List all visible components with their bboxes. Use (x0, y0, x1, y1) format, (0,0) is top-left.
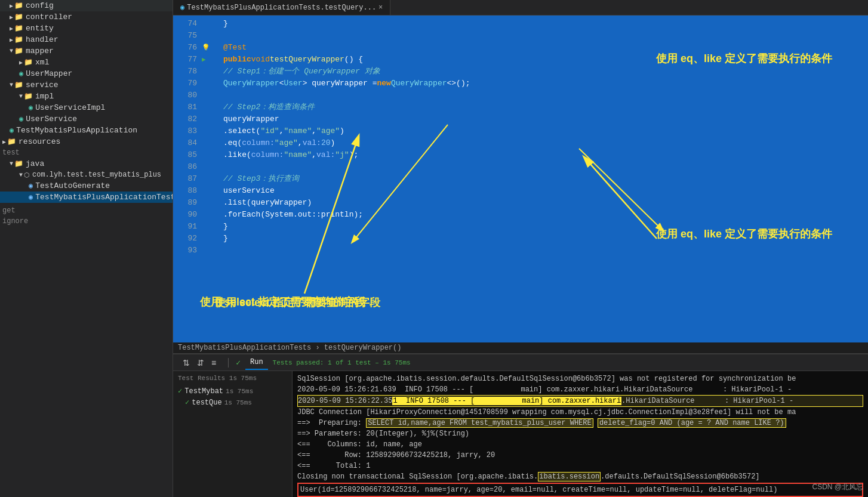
line-numbers: 74 75 76 77 78 79 80 81 82 83 84 85 86 8… (173, 16, 202, 342)
sidebar-item-xml[interactable]: ▶ 📁 xml (0, 57, 173, 68)
code-line-85: .like( column: "name", val: "j"); (223, 149, 868, 161)
gutter-icons: 💡 ▶ (202, 16, 218, 342)
folder-icon: 📁 (14, 81, 23, 89)
bottom-toolbar: ⇅ ⇵ ≡ (178, 357, 221, 369)
sidebar-item-service[interactable]: ▼ 📁 service (0, 79, 173, 91)
arrow-icon: ▶ (10, 14, 13, 21)
sidebar-item-label: controller (26, 13, 72, 21)
test-result-testque[interactable]: ✓ testQue 1s 75ms (176, 397, 290, 408)
pass-icon: ✓ (185, 398, 189, 407)
code-line-82: queryWrapper (223, 113, 868, 125)
file-icon: ◉ (10, 126, 14, 135)
sidebar-item-test: test (0, 147, 173, 158)
sidebar-item-testautogenerate[interactable]: ◉ TestAutoGenerate (0, 180, 173, 192)
sidebar-item-mapper[interactable]: ▼ 📁 mapper (0, 45, 173, 57)
sidebar-item-testmybatistests[interactable]: ◉ TestMybatisPlusApplicationTests (0, 192, 173, 203)
code-editor[interactable]: 74 75 76 77 78 79 80 81 82 83 84 85 86 8… (173, 16, 868, 342)
filter-button[interactable]: ≡ (209, 357, 218, 369)
breadcrumb-text: TestMybatisPlusApplicationTests › testQu… (178, 344, 401, 352)
sort-asc-button[interactable]: ⇅ (180, 357, 192, 369)
code-line-84: .eq( column: "age", val: 20) (223, 137, 868, 149)
test-result-testtmybat[interactable]: ✓ TestMybat 1s 75ms (176, 385, 290, 397)
arrow-icon: ▶ (10, 36, 13, 44)
sidebar-item-controller[interactable]: ▶ 📁 controller (0, 11, 173, 23)
sidebar-item-config[interactable]: ▶ 📁 config (0, 0, 173, 11)
code-line-93 (223, 245, 868, 257)
code-line-75 (223, 30, 868, 42)
file-icon: ◉ (29, 181, 33, 190)
code-editor-wrapper: 74 75 76 77 78 79 80 81 82 83 84 85 86 8… (173, 16, 868, 342)
tab-run[interactable]: Run (245, 356, 268, 370)
sidebar-item-label: mapper (26, 47, 54, 55)
bottom-content: Test Results 1s 75ms ✓ TestMybat 1s 75ms… (173, 371, 868, 497)
sidebar-item-entity[interactable]: ▶ 📁 entity (0, 23, 173, 34)
close-tab-icon[interactable]: × (378, 4, 383, 12)
code-line-76: @Test (223, 42, 868, 54)
sidebar-item-label: config (26, 1, 54, 10)
sidebar-item-label: test (2, 149, 20, 157)
active-tab[interactable]: ◉ TestMybatisPlusApplicationTests.testQu… (173, 0, 390, 15)
package-icon: ⬡ (24, 171, 30, 179)
console-line-4: JDBC Connection [HikariProxyConnection@1… (297, 407, 863, 418)
sidebar-item-package[interactable]: ▼ ⬡ com.lyh.test.test_mybatis_plus (0, 169, 173, 180)
file-icon: ◉ (29, 193, 33, 202)
folder-icon: 📁 (14, 35, 23, 44)
arrow-icon: ▶ (10, 25, 13, 32)
sidebar-item-userservice[interactable]: ◉ UserService (0, 113, 173, 125)
sidebar-item-label: UserServiceImpl (35, 103, 105, 112)
sidebar-item-resources[interactable]: ▶ 📁 resources (0, 136, 173, 147)
sidebar-item-testmybatisapp[interactable]: ◉ TestMybatisPlusApplication (0, 125, 173, 136)
sidebar-item-label: get (2, 206, 16, 215)
sort-desc-button[interactable]: ⇵ (195, 357, 207, 369)
console-line-6: ==> Parameters: 20(Integer), %j%(String) (297, 428, 863, 439)
editor-area: ◉ TestMybatisPlusApplicationTests.testQu… (173, 0, 868, 497)
console-line-3: 2020-05-09 15:26:22.351 INFO 17508 --- [… (297, 395, 863, 407)
sidebar-item-label: ignore (2, 217, 28, 226)
file-icon: ◉ (19, 115, 23, 124)
test-name: testQue (192, 399, 221, 407)
code-line-87: // Step3：执行查询 (223, 173, 868, 185)
folder-icon: 📁 (14, 24, 23, 33)
sidebar-item-java[interactable]: ▼ 📁 java (0, 158, 173, 169)
sidebar-item-label: java (26, 159, 44, 168)
separator (228, 358, 229, 368)
console-line-7: <== Columns: id, name, age (297, 439, 863, 450)
sidebar-item-label: TestMybatisPlusApplicationTests (35, 193, 173, 202)
code-line-74: } (223, 18, 868, 30)
sidebar-item-userserviceimpl[interactable]: ◉ UserServiceImpl (0, 102, 173, 113)
sidebar-item-label: TestMybatisPlusApplication (16, 126, 137, 135)
sidebar-item-handler[interactable]: ▶ 📁 handler (0, 34, 173, 45)
main-container: ▶ 📁 config ▶ 📁 controller ▶ 📁 entity ▶ 📁… (0, 0, 868, 497)
code-content: } @Test public void testQueryWrapper() {… (218, 16, 868, 342)
folder-icon: 📁 (14, 13, 23, 21)
folder-icon: 📁 (14, 159, 23, 168)
sidebar-item-label: resources (19, 137, 60, 146)
folder-icon: 📁 (24, 92, 33, 101)
sidebar-item-label: service (26, 81, 59, 89)
code-line-91: } (223, 221, 868, 233)
code-line-90: .forEach(System.out::println); (223, 209, 868, 221)
code-line-77: public void testQueryWrapper() { (223, 54, 868, 66)
test-time: 1s 75ms (226, 388, 253, 395)
tab-filename: TestMybatisPlusApplicationTests.testQuer… (187, 4, 376, 12)
arrow-icon: ▼ (10, 82, 13, 88)
console-line-2: 2020-05-09 15:26:21.639 INFO 17508 --- [… (297, 384, 863, 395)
console-line-1: SqlSession [org.apache.ibatis.session.de… (297, 373, 863, 384)
checkmark-icon: ✓ (236, 358, 241, 368)
sidebar-item-usermapper[interactable]: ◉ UserMapper (0, 68, 173, 79)
code-line-81: // Step2：构造查询条件 (223, 101, 868, 113)
sidebar-item-get: get (0, 205, 173, 216)
console-output[interactable]: SqlSession [org.apache.ibatis.session.de… (293, 371, 868, 497)
arrow-icon: ▶ (19, 59, 23, 66)
arrow-icon: ▼ (10, 48, 13, 54)
sidebar-item-impl[interactable]: ▼ 📁 impl (0, 91, 173, 102)
file-icon: ◉ (29, 103, 33, 112)
sidebar-item-label: UserMapper (26, 69, 72, 78)
code-line-86 (223, 161, 868, 173)
sidebar-item-label: entity (26, 24, 54, 33)
arrow-icon: ▼ (19, 93, 23, 100)
code-line-79: QueryWrapper<User> queryWrapper = new Qu… (223, 78, 868, 89)
sidebar-item-label: UserService (26, 115, 77, 124)
test-results-panel: Test Results 1s 75ms ✓ TestMybat 1s 75ms… (173, 371, 293, 497)
breadcrumb: TestMybatisPlusApplicationTests › testQu… (173, 342, 868, 354)
